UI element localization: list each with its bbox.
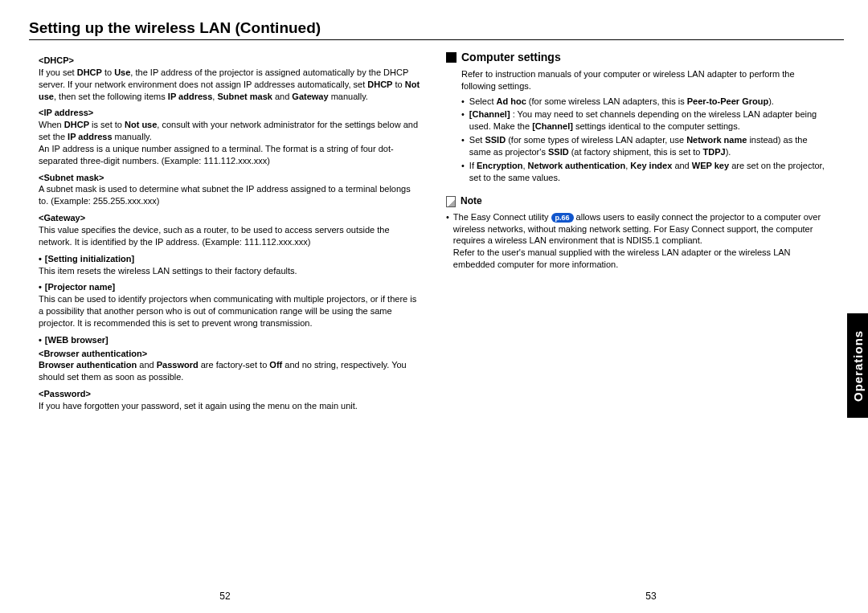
bullet-encryption: If Encryption, Network authentication, K… [461,160,829,184]
note-label: Note [461,194,482,207]
note-post2: Refer to the user's manual supplied with… [453,247,829,271]
subnet-body: A subnet mask is used to determine what … [39,183,422,207]
browserauth-body: Browser authentication and Password are … [39,359,422,383]
ip-label: <IP address> [39,107,422,119]
note-heading: Note [446,194,829,207]
password-label: <Password> [39,388,422,400]
right-column: Computer settings Refer to instruction m… [446,50,844,412]
page-numbers: 52 53 [0,591,868,602]
projname-body: This can be used to identify projectors … [39,293,422,329]
web-label: [WEB browser] [39,334,422,346]
note-pre: The Easy Connect utility [453,212,551,222]
setinit-label: [Setting initialization] [39,253,422,265]
dhcp-body: If you set DHCP to Use, the IP address o… [39,67,422,103]
ip-body1: When DHCP is set to Not use, consult wit… [39,119,422,143]
computer-settings-heading-text: Computer settings [461,50,561,65]
gateway-label: <Gateway> [39,212,422,224]
page-title: Setting up the wireless LAN (Continued) [29,19,844,40]
page-number-left: 52 [0,591,434,602]
page-number-right: 53 [434,591,868,602]
gateway-body: This value specifies the device, such as… [39,224,422,248]
bullet-adhoc: Select Ad hoc (for some wireless LAN ada… [461,96,829,108]
ip-body2: An IP address is a unique number assigne… [39,143,422,167]
projname-label: [Projector name] [39,281,422,293]
computer-settings-heading: Computer settings [446,50,829,65]
left-column: <DHCP> If you set DHCP to Use, the IP ad… [29,50,422,412]
page-ref-badge: p.66 [551,213,574,223]
setinit-body: This item resets the wireless LAN settin… [39,265,422,277]
bullet-dot-icon: • [446,211,449,271]
bullet-channel: [Channel] : You may need to set channels… [461,108,829,133]
dhcp-label: <DHCP> [39,55,422,67]
password-body: If you have forgotten your password, set… [39,400,422,412]
subnet-label: <Subnet mask> [39,172,422,184]
bullet-ssid: Set SSID (for some types of wireless LAN… [461,134,829,158]
note-body: • The Easy Connect utility p.66 allows u… [446,211,829,271]
browserauth-label: <Browser authentication> [39,348,422,360]
side-tab-operations: Operations [847,313,868,418]
intro-text: Refer to instruction manuals of your com… [446,68,829,92]
